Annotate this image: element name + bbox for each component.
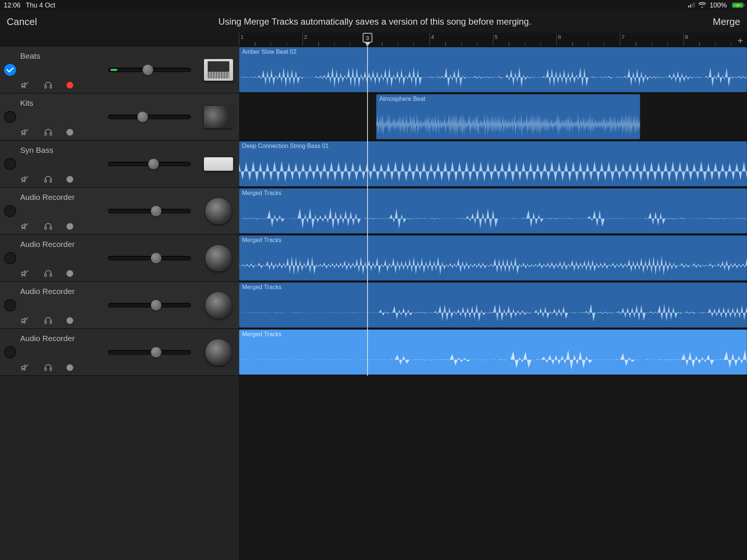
volume-slider[interactable] [108,162,190,166]
volume-slider[interactable] [108,303,190,307]
instrument-icon[interactable] [205,198,232,224]
headphones-icon[interactable] [43,80,53,90]
audio-region[interactable]: Deep Connection String Bass 01 [239,141,747,186]
volume-slider[interactable] [108,68,190,72]
track-row[interactable]: Syn Bass [0,140,239,188]
record-enable-button[interactable] [66,176,73,183]
waveform [376,112,640,137]
ruler-bar[interactable]: 7 [620,33,684,46]
ruler-spacer [0,33,239,46]
headphones-icon[interactable] [43,363,53,372]
merge-button[interactable]: Merge [713,16,740,28]
track-name: Audio Recorder [20,240,97,249]
wifi-icon [698,1,706,9]
mute-icon[interactable] [20,269,30,278]
waveform [239,253,747,278]
bar-number: 8 [685,34,688,40]
track-row[interactable]: Kits [0,93,239,140]
statusbar: 12:06 Thu 4 Oct 100% ⚡ [0,0,747,10]
arrange-area[interactable]: 12345678 ＋ Amber Slow Beat 02Atmosphere … [239,33,747,560]
audio-region[interactable]: Merged Tracks [239,188,747,233]
region-name: Deep Connection String Bass 01 [242,143,329,149]
mute-icon[interactable] [20,316,30,325]
arrange-lane[interactable]: Merged Tracks [239,282,747,329]
ruler-bar[interactable]: 6 [557,33,620,46]
audio-region[interactable]: Merged Tracks [239,235,747,281]
track-select-radio[interactable] [4,205,16,217]
arrange-lane[interactable]: Merged Tracks [239,329,747,376]
track-name: Beats [20,52,97,61]
audio-region[interactable]: Merged Tracks [239,329,747,375]
mute-icon[interactable] [20,363,30,372]
arrange-lane[interactable]: Deep Connection String Bass 01 [239,140,747,188]
audio-region[interactable]: Merged Tracks [239,282,747,328]
playhead-marker[interactable]: 3 [363,33,372,43]
timeline-ruler[interactable]: 12345678 ＋ [239,33,747,46]
ruler-bar[interactable]: 4 [430,33,493,46]
add-section-button[interactable]: ＋ [736,34,745,46]
arrange-lane[interactable]: Merged Tracks [239,235,747,282]
arrange-lane[interactable]: Atmosphere Beat [239,93,747,140]
headphones-icon[interactable] [43,316,53,325]
svg-rect-14 [45,227,46,229]
waveform [239,300,747,325]
svg-rect-20 [45,321,46,324]
record-enable-button[interactable] [66,364,73,371]
track-row[interactable]: Audio Recorder [0,282,239,329]
instrument-icon[interactable] [204,59,233,81]
headphones-icon[interactable] [43,222,53,231]
track-select-radio[interactable] [4,252,16,264]
record-enable-button[interactable] [66,129,73,136]
ruler-bar[interactable]: 2 [303,33,366,46]
statusbar-time: 12:06 [4,1,21,9]
track-select-radio[interactable] [4,299,16,311]
arrange-lane[interactable]: Amber Slow Beat 02 [239,46,747,93]
region-name: Merged Tracks [242,331,282,338]
volume-slider[interactable] [108,209,190,213]
volume-slider[interactable] [108,256,190,260]
track-name: Audio Recorder [20,193,97,202]
mute-icon[interactable] [20,80,30,90]
arrange-lane[interactable]: Merged Tracks [239,188,747,235]
bar-number: 1 [241,34,244,40]
record-enable-button[interactable] [66,270,73,277]
mute-icon[interactable] [20,222,30,231]
track-row[interactable]: Beats [0,46,239,93]
headphones-icon[interactable] [43,174,53,184]
track-select-radio[interactable] [4,64,16,76]
instrument-icon[interactable] [205,339,232,365]
headphones-icon[interactable] [43,127,53,137]
ruler-bar[interactable]: 3 [366,33,430,46]
mute-icon[interactable] [20,174,30,184]
svg-rect-18 [50,274,52,276]
ruler-bar[interactable]: 1 [239,33,303,46]
track-row[interactable]: Audio Recorder [0,188,239,235]
playhead[interactable]: 3 [367,46,368,376]
cancel-button[interactable]: Cancel [7,16,37,28]
track-select-radio[interactable] [4,158,16,170]
track-row[interactable]: Audio Recorder [0,235,239,282]
track-row[interactable]: Audio Recorder [0,329,239,376]
record-enable-button[interactable] [66,223,73,230]
instrument-icon[interactable] [205,292,232,318]
svg-rect-5 [45,86,46,88]
audio-region[interactable]: Atmosphere Beat [376,94,640,139]
waveform [239,159,747,184]
instrument-icon[interactable] [204,157,233,171]
ruler-bar[interactable]: 5 [493,33,557,46]
track-select-radio[interactable] [4,346,16,358]
volume-slider[interactable] [108,115,190,119]
track-select-radio[interactable] [4,111,16,123]
record-enable-button[interactable] [66,317,73,324]
track-name: Audio Recorder [20,334,97,343]
bar-number: 7 [622,34,624,40]
instrument-icon[interactable] [204,106,233,128]
headphones-icon[interactable] [43,269,53,278]
instrument-icon[interactable] [205,245,232,271]
audio-region[interactable]: Amber Slow Beat 02 [239,47,747,92]
mute-icon[interactable] [20,127,30,137]
battery-icon: ⚡ [731,3,743,8]
bar-number: 2 [304,34,307,40]
record-enable-button[interactable] [66,82,73,89]
volume-slider[interactable] [108,350,190,354]
